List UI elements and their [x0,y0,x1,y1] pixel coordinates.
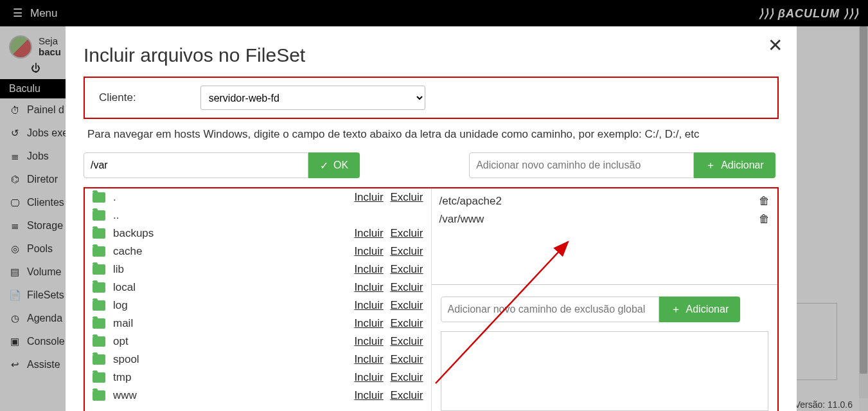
exclude-link[interactable]: Excluir [390,227,423,239]
include-new-input[interactable] [469,152,694,178]
client-select[interactable]: servidor-web-fd [200,86,425,110]
file-row[interactable]: optIncluir Excluir [85,333,431,351]
include-exclude-pane: /etc/apache2🗑/var/www🗑 ＋ Adicionar [432,188,778,411]
file-row[interactable]: logIncluir Excluir [85,297,431,315]
file-name: local [113,281,350,294]
included-path: /etc/apache2 [439,195,502,208]
folder-icon [93,390,105,401]
add-exclude-button[interactable]: ＋ Adicionar [659,297,741,322]
file-name: backups [113,227,350,240]
fileset-include-modal: ✕ Incluir arquivos no FileSet Cliente: s… [66,26,797,411]
ok-button[interactable]: ✓ OK [308,152,360,178]
close-icon[interactable]: ✕ [768,37,783,55]
include-list: /etc/apache2🗑/var/www🗑 [432,188,778,285]
file-name: www [113,389,350,402]
client-selector-box: Cliente: servidor-web-fd [84,77,779,119]
file-actions: Incluir Excluir [350,371,423,384]
exclude-link[interactable]: Excluir [390,353,423,365]
file-browser-pane[interactable]: .Incluir Excluir..backupsIncluir Excluir… [85,188,432,411]
add-label: Adicionar [721,160,764,171]
browse-path-input[interactable] [84,152,308,178]
file-row[interactable]: spoolIncluir Excluir [85,351,431,369]
folder-icon [93,228,105,239]
fileset-browser-wrap: .Incluir Excluir..backupsIncluir Excluir… [84,187,779,411]
file-actions: Incluir Excluir [350,245,423,258]
file-name: .. [113,209,423,222]
file-actions: Incluir Excluir [350,317,423,330]
folder-icon [93,354,105,365]
include-link[interactable]: Incluir [354,227,383,239]
browse-path-group: ✓ OK [84,152,360,178]
exclude-link[interactable]: Excluir [390,245,423,257]
file-row[interactable]: .. [85,206,431,224]
file-row[interactable]: cacheIncluir Excluir [85,242,431,260]
file-actions: Incluir Excluir [350,227,423,240]
exclude-link[interactable]: Excluir [390,335,423,347]
include-link[interactable]: Incluir [354,263,383,275]
folder-icon [93,264,105,275]
include-link[interactable]: Incluir [354,371,383,383]
included-path-row: /etc/apache2🗑 [439,192,770,210]
file-name: mail [113,317,350,330]
file-name: . [113,191,350,204]
include-link[interactable]: Incluir [354,317,383,329]
plus-icon: ＋ [705,159,716,172]
file-name: lib [113,263,350,276]
folder-icon [93,318,105,329]
folder-icon [93,246,105,257]
add-label: Adicionar [686,304,729,315]
exclude-new-group: ＋ Adicionar [432,285,778,326]
windows-hint: Para navegar em hosts Windows, digite o … [87,128,775,141]
file-actions: Incluir Excluir [350,353,423,366]
included-path: /var/www [439,213,484,226]
file-row[interactable]: mailIncluir Excluir [85,315,431,333]
file-row[interactable]: tmpIncluir Excluir [85,369,431,387]
include-link[interactable]: Incluir [354,245,383,257]
exclude-link[interactable]: Excluir [390,371,423,383]
file-row[interactable]: .Incluir Excluir [85,188,431,206]
include-link[interactable]: Incluir [354,389,383,401]
file-actions: Incluir Excluir [350,191,423,204]
plus-icon: ＋ [671,303,681,316]
file-row[interactable]: wwwIncluir Excluir [85,387,431,405]
file-name: log [113,299,350,312]
trash-icon[interactable]: 🗑 [759,213,770,226]
included-path-row: /var/www🗑 [439,210,770,228]
file-name: tmp [113,371,350,384]
file-name: spool [113,353,350,366]
include-link[interactable]: Incluir [354,191,383,203]
file-actions: Incluir Excluir [350,299,423,312]
folder-icon [93,372,105,383]
file-name: opt [113,335,350,348]
file-actions: Incluir Excluir [350,281,423,294]
file-actions: Incluir Excluir [350,335,423,348]
exclude-link[interactable]: Excluir [390,317,423,329]
exclude-link[interactable]: Excluir [390,191,423,203]
folder-icon [93,282,105,293]
add-include-button[interactable]: ＋ Adicionar [694,152,775,178]
exclude-list [441,331,769,411]
path-inputs-row: ✓ OK ＋ Adicionar [84,152,779,178]
check-icon: ✓ [320,160,328,172]
include-link[interactable]: Incluir [354,335,383,347]
exclude-link[interactable]: Excluir [390,281,423,293]
include-new-group: ＋ Adicionar [469,152,775,178]
folder-icon [93,192,105,203]
trash-icon[interactable]: 🗑 [759,195,770,208]
exclude-link[interactable]: Excluir [390,389,423,401]
include-link[interactable]: Incluir [354,281,383,293]
file-row[interactable]: localIncluir Excluir [85,279,431,297]
modal-title: Incluir arquivos no FileSet [84,44,779,66]
file-row[interactable]: backupsIncluir Excluir [85,224,431,242]
include-link[interactable]: Incluir [354,353,383,365]
folder-icon [93,210,105,221]
exclude-link[interactable]: Excluir [390,299,423,311]
file-actions: Incluir Excluir [350,263,423,276]
exclude-link[interactable]: Excluir [390,263,423,275]
ok-label: OK [333,160,348,171]
file-name: cache [113,245,350,258]
file-actions: Incluir Excluir [350,389,423,402]
file-row[interactable]: libIncluir Excluir [85,260,431,279]
exclude-new-input[interactable] [441,297,659,322]
include-link[interactable]: Incluir [354,299,383,311]
